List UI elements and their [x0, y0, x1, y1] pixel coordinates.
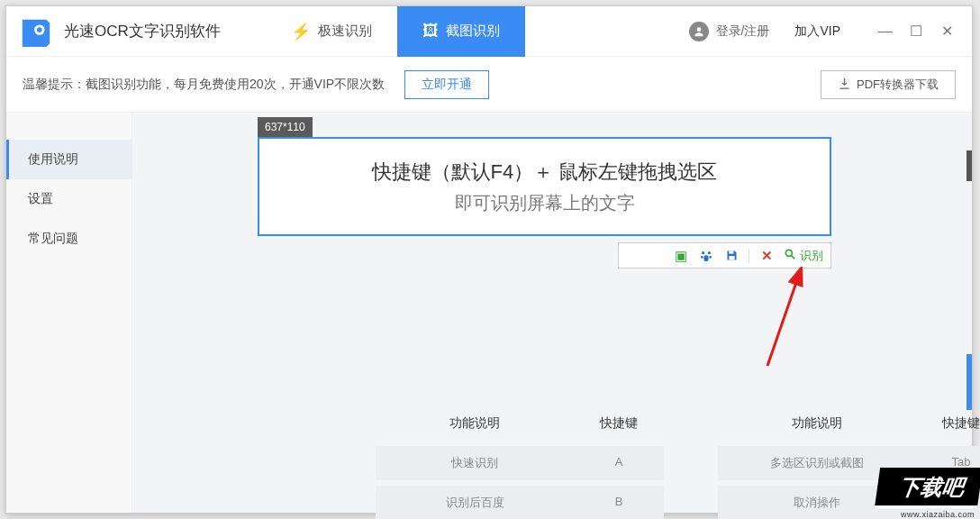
mode-tabs: ⚡ 极速识别 🖼 截图识别	[266, 6, 525, 57]
close-icon[interactable]: ✕	[758, 248, 775, 264]
tab-label: 极速识别	[318, 23, 372, 40]
svg-rect-9	[729, 256, 734, 260]
login-label: 登录/注册	[716, 23, 770, 40]
close-button[interactable]: ✕	[936, 21, 957, 42]
header-key: 快捷键	[916, 415, 980, 432]
svg-point-4	[708, 251, 711, 254]
separator	[749, 249, 749, 263]
save-icon[interactable]	[723, 248, 740, 264]
table-header: 功能说明 快捷键	[376, 406, 664, 441]
selection-dimensions: 637*110	[258, 117, 313, 137]
edge-decoration	[966, 150, 972, 181]
top-right: 登录/注册 加入VIP — ☐ ✕	[689, 6, 972, 56]
bolt-icon: ⚡	[291, 22, 311, 41]
search-icon	[784, 248, 796, 263]
tip-text: 温馨提示：截图识别功能，每月免费使用20次，开通VIP不限次数	[23, 77, 385, 93]
window-controls: — ☐ ✕	[866, 21, 972, 42]
user-icon	[689, 22, 709, 41]
app-logo-icon	[17, 13, 55, 50]
capture-toolbar: ▣ ✕ 识别	[618, 242, 831, 269]
svg-point-6	[709, 256, 712, 259]
tab-label: 截图识别	[446, 23, 500, 40]
svg-point-1	[37, 27, 42, 32]
sub-toolbar: 温馨提示：截图识别功能，每月免费使用20次，开通VIP不限次数 立即开通 PDF…	[6, 57, 972, 113]
sidebar-item-settings[interactable]: 设置	[6, 179, 132, 219]
svg-point-3	[702, 251, 704, 254]
svg-line-11	[792, 256, 795, 260]
instruction-line1: 快捷键（默认F4）＋ 鼠标左键拖拽选区	[372, 159, 718, 186]
shortcut-col-left: 功能说明 快捷键 快速识别A 识别后百度B 截图另存为S	[376, 406, 664, 519]
header-desc: 功能说明	[718, 415, 916, 432]
minimize-button[interactable]: —	[875, 21, 896, 42]
svg-point-10	[785, 250, 792, 256]
watermark-url: www.xiazaiba.com	[877, 510, 980, 519]
sidebar-item-instructions[interactable]: 使用说明	[6, 140, 132, 179]
table-row: 快速识别A	[376, 446, 664, 480]
pdf-icon	[838, 77, 851, 93]
image-icon[interactable]: ▣	[673, 248, 689, 264]
login-button[interactable]: 登录/注册	[689, 22, 770, 41]
image-icon: 🖼	[422, 22, 439, 41]
app-title: 光速OCR文字识别软件	[64, 21, 221, 41]
svg-point-2	[696, 27, 701, 32]
tab-fast-ocr[interactable]: ⚡ 极速识别	[266, 6, 397, 57]
table-row: 识别后百度B	[376, 486, 664, 519]
instruction-line2: 即可识别屏幕上的文字	[455, 191, 635, 215]
capture-selection[interactable]: 快捷键（默认F4）＋ 鼠标左键拖拽选区 即可识别屏幕上的文字	[258, 137, 831, 236]
sidebar: 使用说明 设置 常见问题	[6, 113, 132, 513]
sidebar-item-faq[interactable]: 常见问题	[6, 219, 132, 259]
watermark: 下载吧 www.xiazaiba.com	[877, 468, 980, 519]
join-vip-button[interactable]: 加入VIP	[794, 23, 840, 40]
recognize-label: 识别	[800, 248, 823, 264]
paw-icon[interactable]	[698, 248, 714, 264]
table-header: 功能说明 快捷键	[718, 406, 980, 441]
recognize-button[interactable]: 识别	[784, 248, 823, 264]
titlebar: 光速OCR文字识别软件 ⚡ 极速识别 🖼 截图识别 登录/注册 加入VIP —	[6, 6, 972, 57]
pdf-label: PDF转换器下载	[857, 77, 939, 93]
svg-point-5	[701, 256, 703, 259]
header-desc: 功能说明	[376, 415, 574, 432]
tab-screenshot-ocr[interactable]: 🖼 截图识别	[397, 6, 525, 57]
watermark-brand: 下载吧	[875, 468, 980, 508]
svg-point-7	[703, 255, 708, 261]
edge-decoration	[966, 354, 972, 410]
svg-rect-8	[729, 251, 733, 254]
open-vip-button[interactable]: 立即开通	[404, 70, 489, 99]
header-key: 快捷键	[574, 415, 664, 432]
maximize-button[interactable]: ☐	[905, 21, 927, 42]
pdf-download-button[interactable]: PDF转换器下载	[821, 70, 956, 99]
